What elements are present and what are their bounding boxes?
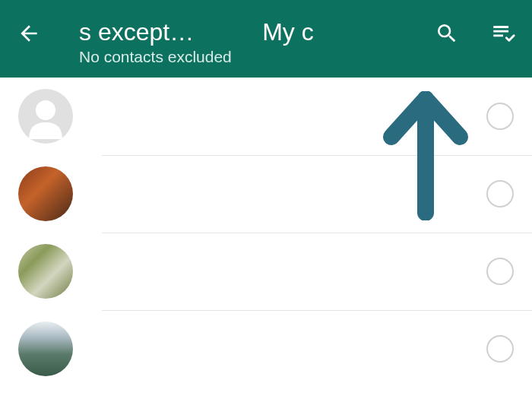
header-title: s except… xyxy=(79,18,194,46)
select-all-button[interactable] xyxy=(489,20,517,47)
contact-radio[interactable] xyxy=(486,180,514,207)
contact-row[interactable] xyxy=(0,78,532,155)
back-arrow-icon xyxy=(17,21,41,46)
contact-radio[interactable] xyxy=(486,103,514,130)
contact-avatar xyxy=(18,244,73,299)
contact-avatar xyxy=(18,321,73,376)
app-header: s except… My c No contacts excluded xyxy=(0,0,532,78)
contact-row[interactable] xyxy=(0,310,532,388)
select-all-icon xyxy=(490,21,516,46)
person-icon xyxy=(18,89,73,144)
header-title-secondary: My c xyxy=(262,18,314,46)
back-button[interactable] xyxy=(15,20,43,47)
header-subtitle: No contacts excluded xyxy=(79,48,433,66)
contact-avatar-placeholder xyxy=(18,89,73,144)
contact-list xyxy=(0,78,532,388)
svg-point-0 xyxy=(36,100,55,120)
contact-avatar xyxy=(18,166,73,221)
contact-radio[interactable] xyxy=(486,258,514,285)
contact-row[interactable] xyxy=(0,233,532,310)
header-actions xyxy=(433,20,517,47)
contact-radio[interactable] xyxy=(486,335,514,363)
search-icon xyxy=(435,21,459,46)
title-area: s except… My c No contacts excluded xyxy=(79,18,433,66)
contact-row[interactable] xyxy=(0,155,532,233)
search-button[interactable] xyxy=(433,20,461,47)
